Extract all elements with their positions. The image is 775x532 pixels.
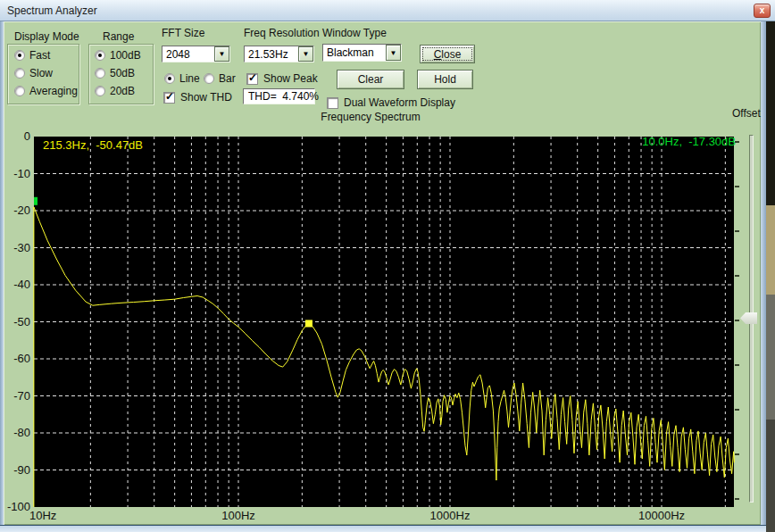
offset-slider-tick bbox=[735, 275, 739, 277]
window-type-value: Blackman bbox=[323, 46, 386, 59]
y-axis-label: -40 bbox=[0, 278, 30, 291]
radio-line-label: Line bbox=[179, 72, 200, 85]
hold-button-label: Hold bbox=[434, 73, 456, 86]
window-frame-right bbox=[761, 21, 766, 525]
display-mode-label: Display Mode bbox=[14, 30, 79, 43]
x-axis-label: 10Hz bbox=[29, 509, 56, 522]
background-strip bbox=[766, 205, 775, 295]
background-strip bbox=[766, 295, 775, 420]
offset-slider-label: Offset bbox=[732, 107, 761, 120]
freq-resolution-value: 21.53Hz bbox=[245, 48, 298, 61]
y-axis-label: -30 bbox=[0, 241, 30, 254]
title-bar[interactable]: Spectrum Analyzer x bbox=[0, 0, 775, 21]
fft-size-value: 2048 bbox=[162, 48, 214, 61]
radio-50db-label: 50dB bbox=[110, 67, 135, 79]
spectrum-plot-area[interactable] bbox=[34, 137, 734, 507]
window-title: Spectrum Analyzer bbox=[7, 4, 97, 17]
radio-averaging[interactable]: Averaging bbox=[14, 85, 78, 97]
offset-slider-tick bbox=[735, 186, 739, 187]
offset-slider-tick bbox=[735, 230, 739, 232]
clear-button-label: Clear bbox=[358, 73, 384, 86]
window-frame-bottom bbox=[0, 525, 766, 532]
offset-slider-tick bbox=[735, 364, 739, 366]
radio-slow[interactable]: Slow bbox=[14, 67, 53, 79]
radio-bar[interactable]: Bar bbox=[204, 72, 236, 85]
window-close-button[interactable]: x bbox=[754, 4, 771, 18]
y-axis-label: -70 bbox=[0, 389, 30, 403]
show-thd-checkbox[interactable]: Show THD bbox=[163, 91, 232, 104]
show-peak-label: Show Peak bbox=[263, 72, 318, 85]
close-button-label: Close bbox=[434, 48, 462, 61]
offset-slider-tick bbox=[735, 498, 739, 500]
chevron-down-icon[interactable]: ▼ bbox=[386, 45, 401, 61]
radio-20db-icon[interactable] bbox=[95, 86, 105, 96]
offset-slider-tick bbox=[735, 453, 739, 455]
radio-fast[interactable]: Fast bbox=[14, 49, 50, 62]
radio-slow-label: Slow bbox=[29, 67, 53, 79]
y-axis-label: -80 bbox=[0, 426, 30, 439]
radio-slow-icon[interactable] bbox=[14, 68, 25, 79]
radio-100db-label: 100dB bbox=[110, 49, 141, 62]
cursor-readout: 10.0Hz, -17.30dB bbox=[620, 135, 736, 148]
y-axis-label: -50 bbox=[0, 315, 30, 328]
spectrum-analyzer-window: Spectrum Analyzer x Display Mode Fast Sl… bbox=[0, 0, 775, 532]
freq-resolution-combo[interactable]: 21.53Hz ▼ bbox=[244, 46, 314, 62]
y-axis-label: -10 bbox=[0, 167, 30, 180]
radio-bar-icon[interactable] bbox=[204, 73, 214, 84]
radio-100db-icon[interactable] bbox=[95, 50, 105, 61]
dual-waveform-label: Dual Waveform Display bbox=[344, 96, 455, 109]
range-label: Range bbox=[103, 30, 134, 43]
y-axis-label: -20 bbox=[0, 204, 30, 217]
hold-button[interactable]: Hold bbox=[417, 70, 473, 89]
fft-size-combo[interactable]: 2048 ▼ bbox=[162, 46, 230, 62]
clear-button[interactable]: Clear bbox=[337, 70, 404, 89]
peak-readout: 215.3Hz, -50.47dB bbox=[43, 138, 143, 152]
radio-averaging-icon[interactable] bbox=[14, 86, 25, 96]
offset-slider-tick bbox=[735, 409, 739, 411]
y-axis-label: -100 bbox=[0, 500, 30, 513]
fft-size-label: FFT Size bbox=[162, 27, 204, 39]
radio-line-icon[interactable] bbox=[164, 73, 175, 84]
show-peak-check-icon[interactable] bbox=[246, 73, 258, 85]
radio-50db-icon[interactable] bbox=[95, 68, 105, 79]
chart-title: Frequency Spectrum bbox=[268, 111, 473, 123]
offset-slider-tick bbox=[735, 141, 739, 143]
y-axis-label: -60 bbox=[0, 352, 30, 365]
dual-waveform-checkbox[interactable]: Dual Waveform Display bbox=[327, 96, 455, 109]
radio-averaging-label: Averaging bbox=[29, 85, 78, 97]
radio-20db-label: 20dB bbox=[110, 85, 135, 97]
close-button[interactable]: Close bbox=[420, 45, 475, 63]
x-axis-label: 100Hz bbox=[221, 509, 255, 522]
window-type-combo[interactable]: Blackman ▼ bbox=[322, 44, 402, 62]
window-type-label: Window Type bbox=[322, 27, 387, 39]
radio-fast-label: Fast bbox=[29, 49, 50, 62]
show-peak-checkbox[interactable]: Show Peak bbox=[246, 72, 318, 85]
chevron-down-icon[interactable]: ▼ bbox=[298, 46, 313, 62]
freq-resolution-label: Freq Resolution bbox=[244, 27, 320, 39]
background-strip bbox=[766, 21, 775, 205]
thd-readout-field: THD= 4.740% bbox=[243, 88, 315, 104]
background-strip bbox=[766, 420, 775, 532]
show-thd-check-icon[interactable] bbox=[163, 92, 175, 104]
x-axis-label: 1000Hz bbox=[430, 509, 471, 522]
offset-slider-tick bbox=[735, 320, 739, 321]
radio-bar-label: Bar bbox=[219, 72, 236, 85]
y-axis-label: -90 bbox=[0, 463, 30, 477]
radio-50db[interactable]: 50dB bbox=[95, 67, 135, 79]
y-axis-label: 0 bbox=[0, 129, 30, 143]
dual-waveform-check-icon[interactable] bbox=[327, 97, 338, 109]
radio-line[interactable]: Line bbox=[164, 72, 200, 85]
radio-100db[interactable]: 100dB bbox=[95, 49, 141, 62]
radio-fast-icon[interactable] bbox=[14, 50, 25, 61]
chevron-down-icon[interactable]: ▼ bbox=[214, 46, 229, 62]
show-thd-label: Show THD bbox=[180, 91, 232, 104]
radio-20db[interactable]: 20dB bbox=[95, 85, 135, 97]
x-axis-label: 10000Hz bbox=[638, 509, 685, 522]
